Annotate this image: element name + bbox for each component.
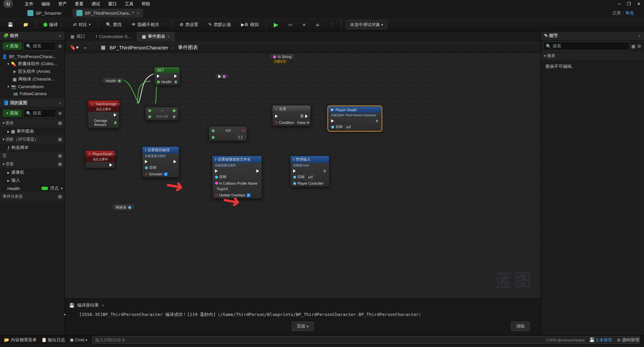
pin-in[interactable] [148, 115, 151, 118]
add-icon[interactable]: ⊕ [58, 120, 62, 126]
var-group-input[interactable]: ▸ 输入 [0, 176, 65, 184]
section-dispatchers[interactable]: 事件分发器⊕ [0, 192, 65, 201]
save-button[interactable]: 💾 [5, 21, 16, 28]
pin-pc[interactable] [293, 182, 296, 185]
tab-event-graph[interactable]: ▦ 事件图表 × [137, 32, 175, 41]
mb-search[interactable]: 🔍 搜索 [24, 109, 56, 118]
node-sim-physics[interactable]: f 设置模拟物理 目标是基元组件 目标 Simulate [142, 146, 179, 178]
doc-tab-smasher[interactable]: BP_Smasher [23, 9, 66, 17]
settings-icon[interactable]: ⚙ [58, 111, 62, 116]
add-icon[interactable]: ⊕ [58, 153, 62, 159]
clear-button[interactable]: 清除 [511, 322, 530, 331]
details-search[interactable]: 🔍 搜索 [544, 42, 629, 50]
pin-in[interactable] [212, 136, 215, 139]
node-set[interactable]: SET Health [154, 67, 180, 85]
output-log-button[interactable]: 📋 输出日志 [41, 337, 65, 343]
menu-view[interactable]: 查看 [75, 1, 83, 7]
pin-exec-out[interactable] [174, 74, 177, 78]
settings-icon[interactable]: ⚙ [637, 44, 641, 49]
diff-button[interactable]: ⇄ 对比 ▾ [70, 20, 93, 29]
node-compare[interactable]: <= 0.0 [209, 126, 247, 141]
source-control-button[interactable]: ⊘ 源码管理 [617, 337, 639, 343]
pin-out[interactable] [242, 129, 244, 132]
tree-capsule[interactable]: ▾💊 胶囊体组件 (Collisi... [0, 60, 65, 68]
tab-construction[interactable]: f Construction S... [90, 32, 137, 41]
var-group-camera[interactable]: ▸ 摄像机 [0, 168, 65, 176]
maximize-icon[interactable]: ❐ [627, 1, 631, 6]
tab-viewport[interactable]: ▦ 视口 [65, 32, 90, 41]
details-section-header[interactable]: ▾ 图表 [541, 52, 644, 60]
item-event-graph[interactable]: ▸ ▦ 事件图表 [0, 127, 65, 135]
node-sequence-pin[interactable] [215, 73, 229, 79]
pin-out[interactable] [114, 121, 117, 124]
pin-exec-true[interactable] [305, 115, 308, 118]
pin-out[interactable] [175, 80, 177, 83]
node-disable-input[interactable]: f 禁用输入 目标是Actor 目标 self Player Controlle… [290, 156, 330, 187]
tree-arrow[interactable]: ➤ 箭头组件 (Arrow) [0, 68, 65, 75]
pin-profile[interactable] [215, 182, 218, 185]
pin-exec-in[interactable] [157, 74, 160, 78]
var-health[interactable]: Health 浮点 ▾ [0, 184, 65, 192]
tab-close-icon[interactable]: × [137, 11, 139, 16]
class-defaults-button[interactable]: ✎ 类默认值 [206, 20, 234, 29]
node-player-death-event[interactable]: ◇ PlayerDeath ▫ 自定义事件 [85, 150, 115, 168]
section-graphs[interactable]: ▾ 图表⊕ [0, 119, 65, 127]
section-macros[interactable]: 宏⊕ [0, 152, 65, 160]
browse-button[interactable]: 📁 [20, 21, 31, 28]
pin-target[interactable] [215, 176, 218, 179]
pin-exec-in[interactable] [293, 169, 296, 173]
pin-exec-false[interactable] [307, 121, 310, 124]
pin-out[interactable] [223, 75, 226, 78]
play-options-icon[interactable]: ⋮ [327, 21, 337, 28]
node-branch[interactable]: ⑂ 分支 真 ConditionFalse [272, 105, 311, 126]
settings-icon[interactable]: ⚙ [58, 44, 62, 49]
profile-value-input[interactable]: Ragdoll [215, 187, 230, 191]
menu-tools[interactable]: 工具 [125, 1, 134, 7]
pin-out[interactable] [173, 109, 176, 112]
pin-exec-in[interactable] [215, 169, 218, 173]
add-icon[interactable]: ⊕ [58, 193, 62, 200]
menu-file[interactable]: 文件 [25, 1, 33, 7]
pin-exec-in[interactable] [218, 75, 221, 78]
pin-exec-in[interactable] [145, 160, 148, 163]
add-mb-button[interactable]: + 添加 [3, 110, 22, 117]
section-functions[interactable]: ▾ 函数（35可覆盖）⊕ [0, 135, 65, 144]
play-button[interactable]: ▶ [271, 20, 281, 30]
tree-camera[interactable]: 📹 FollowCamera [0, 90, 65, 97]
pin-in[interactable] [157, 80, 160, 83]
node-mesh-var[interactable]: 网格体 [112, 204, 135, 211]
add-icon[interactable]: ⊕ [58, 161, 62, 167]
menu-asset[interactable]: 资产 [58, 1, 67, 7]
pin-exec-out[interactable] [256, 169, 259, 173]
pin-out[interactable] [118, 79, 121, 82]
simulate-checkbox[interactable] [164, 172, 168, 176]
node-subtract[interactable]: − 添加引脚 ⊕ [145, 107, 179, 121]
close-icon[interactable]: ✕ [637, 1, 641, 6]
node-health-get[interactable]: Health [102, 77, 125, 84]
section-variables[interactable]: ▾ 变量⊕ [0, 160, 65, 168]
menu-debug[interactable]: 调试 [91, 1, 100, 7]
pin-cond[interactable] [275, 121, 278, 124]
pin-exec-out[interactable] [376, 119, 379, 123]
eject-button[interactable]: ⏏ [313, 21, 322, 28]
pin-simulate[interactable] [145, 173, 148, 175]
stop-button[interactable]: ■ [300, 21, 308, 28]
bookmark-icon[interactable]: 🔖▾ [70, 44, 79, 50]
menu-window[interactable]: 窗口 [108, 1, 117, 7]
node-take-damage[interactable]: ◇ TakeDamage ▫ 自定义事件 Damage Amount [88, 100, 120, 128]
pin-exec-out[interactable] [324, 169, 327, 173]
parent-class-link[interactable]: 角色 [625, 10, 634, 15]
unsaved-button[interactable]: 💾 3 未保存 [589, 337, 612, 343]
tree-boom[interactable]: ▾📷 CameraBoom [0, 83, 65, 90]
pin-in[interactable] [273, 55, 276, 58]
pin-exec-in[interactable] [331, 119, 334, 123]
panel-close-icon[interactable]: × [59, 33, 61, 38]
compare-value-input[interactable]: 0.0 [236, 135, 244, 140]
pin-exec-out[interactable] [110, 163, 112, 167]
menu-edit[interactable]: 编辑 [41, 1, 50, 7]
minimize-icon[interactable]: ─ [618, 1, 621, 6]
graph-canvas[interactable]: Health SET Health ◇ TakeDamage ▫ 自定义事件 D… [65, 53, 541, 299]
nav-fwd-icon[interactable]: → [92, 45, 97, 50]
menu-help[interactable]: 帮助 [142, 1, 150, 7]
pin-exec-out[interactable] [174, 160, 176, 163]
